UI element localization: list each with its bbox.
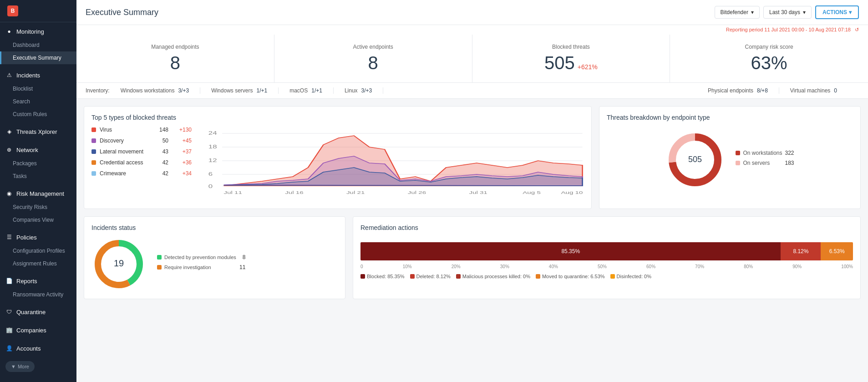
inventory-macos: macOS 1/+1 [289, 87, 334, 94]
threats-xplorer-label: Threats Xplorer [16, 128, 57, 135]
malicious-dot [456, 274, 461, 279]
legend-quarantine: Moved to quarantine: 6.53% [536, 274, 605, 279]
logo-icon: B [7, 5, 18, 16]
threats-content: Virus 148 +130 Discovery 50 +45 La [91, 127, 584, 201]
sidebar-section-companies: 🏢 Companies [0, 321, 76, 339]
more-button[interactable]: ▼ More [5, 361, 35, 372]
sidebar-item-companies-view[interactable]: Companies View [0, 214, 76, 226]
threat-row-crimeware: Crimeware 42 +34 [91, 170, 192, 177]
threat-row-virus: Virus 148 +130 [91, 127, 192, 133]
network-label: Network [16, 147, 38, 153]
sidebar-section-threats-header[interactable]: ◈ Threats Xplorer [0, 124, 76, 139]
sidebar-section-risk-header[interactable]: ◉ Risk Management [0, 186, 76, 201]
sidebar-section-accounts-header[interactable]: 👤 Accounts [0, 341, 76, 356]
header-bar: Executive Summary Bitdefender ▾ Last 30 … [76, 0, 868, 25]
threats-chart-svg: 24 18 12 6 0 [201, 127, 584, 199]
sidebar-item-tasks[interactable]: Tasks [0, 170, 76, 183]
page-title: Executive Summary [86, 8, 158, 17]
period-dropdown[interactable]: Last 30 days ▾ [763, 6, 812, 19]
stats-row: Managed endpoints 8 Active endpoints 8 B… [76, 35, 868, 83]
svg-text:0: 0 [208, 184, 213, 189]
svg-text:Aug 10: Aug 10 [561, 190, 583, 195]
threat-list: Virus 148 +130 Discovery 50 +45 La [91, 127, 192, 201]
sidebar-section-accounts: 👤 Accounts [0, 339, 76, 357]
svg-text:Jul 11: Jul 11 [224, 190, 242, 195]
sidebar-section-risk-management: ◉ Risk Management Security Risks Compani… [0, 184, 76, 228]
bar-axis: 0 10% 20% 30% 40% 50% 60% 70% 80% 90% 10… [360, 264, 853, 269]
sidebar-section-quarantine-header[interactable]: 🛡 Quarantine [0, 305, 76, 319]
sidebar-section-policies-header[interactable]: ☰ Policies [0, 230, 76, 244]
sidebar-item-ransomware[interactable]: Ransomware Activity [0, 288, 76, 301]
quarantine-icon: 🛡 [5, 308, 13, 316]
sidebar-section-threats-xplorer: ◈ Threats Xplorer [0, 122, 76, 141]
threat-row-lateral: Lateral movement 43 +37 [91, 148, 192, 155]
sidebar-item-dashboard[interactable]: Dashboard [0, 39, 76, 51]
sidebar-item-executive-summary[interactable]: Executive Summary [0, 51, 76, 64]
svg-text:6: 6 [208, 172, 213, 177]
sidebar-section-reports-header[interactable]: 📄 Reports [0, 274, 76, 288]
incidents-donut-svg: 19 [91, 237, 146, 291]
sidebar-item-packages[interactable]: Packages [0, 157, 76, 170]
crimeware-color [91, 171, 96, 176]
inventory-windows-workstations: Windows workstations 3/+3 [121, 87, 200, 94]
sidebar-item-search[interactable]: Search [0, 95, 76, 108]
inventory-row: Inventory: Windows workstations 3/+3 Win… [76, 83, 868, 99]
content-area: Top 5 types of blocked threats Virus 148… [76, 99, 868, 382]
bar-quarantine: 6.53% [821, 242, 853, 260]
sidebar-item-custom-rules[interactable]: Custom Rules [0, 108, 76, 121]
sidebar-section-monitoring-header[interactable]: ● Monitoring [0, 24, 76, 39]
svg-text:19: 19 [114, 258, 124, 268]
network-icon: ⊕ [5, 146, 13, 153]
donut-chart-svg: 505 [665, 130, 725, 189]
incidents-icon: ⚠ [5, 71, 13, 79]
monitoring-icon: ● [5, 28, 13, 35]
sidebar: B ● Monitoring Dashboard Executive Summa… [0, 0, 76, 382]
servers-dot [736, 161, 740, 165]
investigate-dot [157, 265, 162, 270]
inventory-linux: Linux 3/+3 [345, 87, 383, 94]
workstations-dot [736, 151, 740, 155]
bottom-panel-row: Incidents status 19 Detected [84, 216, 861, 299]
sidebar-section-policies: ☰ Policies Configuration Profiles Assign… [0, 228, 76, 272]
company-dropdown[interactable]: Bitdefender ▾ [715, 6, 760, 19]
risk-management-label: Risk Management [16, 190, 64, 197]
inventory-windows-servers: Windows servers 1/+1 [211, 87, 279, 94]
lateral-color [91, 149, 96, 154]
threats-icon: ◈ [5, 128, 13, 135]
disinfected-dot [610, 274, 615, 279]
stat-managed-endpoints: Managed endpoints 8 [76, 35, 274, 82]
sidebar-item-security-risks[interactable]: Security Risks [0, 201, 76, 214]
actions-button[interactable]: ACTIONS ▾ [815, 5, 859, 19]
threat-row-credential: Credential access 42 +36 [91, 159, 192, 166]
sidebar-item-blocklist[interactable]: Blocklist [0, 82, 76, 95]
bar-legend: Blocked: 85.35% Deleted: 8.12% Malicious… [360, 274, 853, 279]
remediation-title: Remediation actions [360, 224, 853, 231]
sidebar-item-config-profiles[interactable]: Configuration Profiles [0, 244, 76, 257]
legend-detected: Detected by prevention modules 8 [157, 254, 245, 260]
sidebar-section-network: ⊕ Network Packages Tasks [0, 141, 76, 184]
sidebar-section-monitoring: ● Monitoring Dashboard Executive Summary [0, 22, 76, 66]
sidebar-item-assignment-rules[interactable]: Assignment Rules [0, 257, 76, 270]
chevron-down-icon-3: ▾ [849, 9, 852, 15]
sidebar-section-reports: 📄 Reports Ransomware Activity [0, 272, 76, 303]
stat-active-endpoints: Active endpoints 8 [274, 35, 472, 82]
accounts-icon: 👤 [5, 345, 13, 352]
discovery-color [91, 138, 96, 143]
refresh-icon[interactable]: ↺ [855, 27, 859, 32]
stacked-bar-container: 85.35% 8.12% 6.53% 0 10% 20% [360, 242, 853, 279]
sidebar-section-incidents-header[interactable]: ⚠ Incidents [0, 68, 76, 82]
stat-company-risk-score: Company risk score 63% [670, 35, 868, 82]
legend-disinfected: Disinfected: 0% [610, 274, 651, 279]
policies-label: Policies [16, 234, 37, 241]
threats-breakdown-title: Threats breakdown by endpoint type [607, 114, 853, 121]
top-threats-panel: Top 5 types of blocked threats Virus 148… [84, 106, 592, 209]
blocked-dot [360, 274, 365, 279]
svg-text:18: 18 [208, 144, 217, 150]
sidebar-section-companies-header[interactable]: 🏢 Companies [0, 323, 76, 337]
legend-malicious: Malicious processes killed: 0% [456, 274, 530, 279]
svg-text:Jul 21: Jul 21 [346, 190, 365, 195]
main-content: Executive Summary Bitdefender ▾ Last 30 … [76, 0, 868, 382]
incidents-donut-container: 19 Detected by prevention modules 8 Requ… [91, 237, 338, 291]
sidebar-section-network-header[interactable]: ⊕ Network [0, 143, 76, 157]
virus-color [91, 127, 96, 132]
